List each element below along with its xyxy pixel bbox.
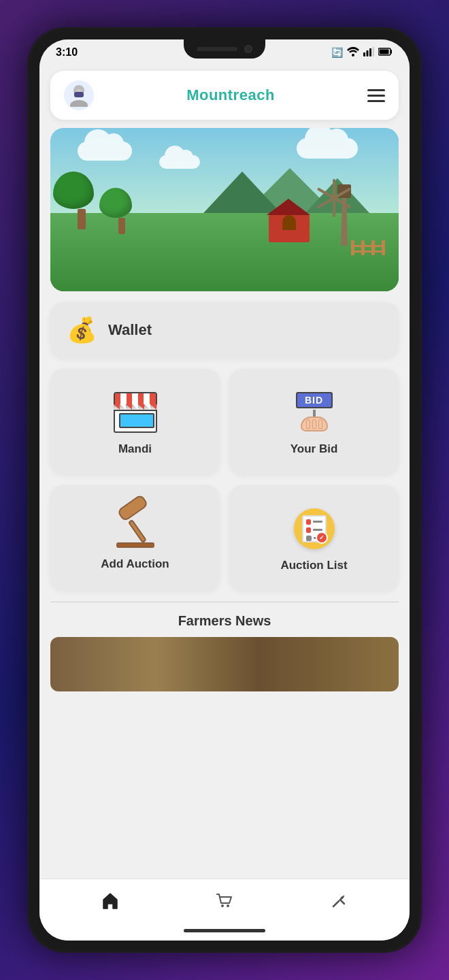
wallet-card[interactable]: 💰 Wallet: [50, 302, 399, 358]
fence: [351, 240, 385, 255]
wallet-icon: 💰: [67, 316, 97, 344]
svg-rect-4: [373, 47, 375, 56]
grid-row-2: Add Auction: [50, 485, 399, 591]
news-image[interactable]: [50, 637, 399, 691]
svg-rect-10: [74, 92, 84, 97]
tree-1: [69, 172, 94, 229]
mandi-card[interactable]: Mandi: [50, 369, 220, 474]
auction-list-card[interactable]: ✓ Auction List: [229, 485, 399, 591]
phone-screen: 3:10 🔄: [39, 39, 410, 941]
nav-home[interactable]: [87, 889, 133, 918]
svg-point-11: [221, 904, 224, 907]
signal-icon: [363, 47, 374, 59]
mandi-icon: [114, 392, 157, 433]
svg-rect-1: [363, 52, 365, 56]
cloud-1: [78, 142, 132, 161]
wifi-icon: [347, 47, 359, 59]
mandi-label: Mandi: [118, 442, 152, 456]
app-title: Mountreach: [186, 86, 275, 104]
status-time: 3:10: [56, 46, 78, 59]
svg-rect-3: [369, 48, 371, 56]
screen-content[interactable]: Mountreach: [39, 63, 410, 879]
svg-point-12: [227, 904, 229, 907]
barn: [268, 199, 310, 242]
farmers-news-section: Farmers News: [50, 613, 399, 691]
phone-frame: 3:10 🔄: [27, 27, 422, 953]
hammer-icon: [329, 892, 348, 915]
tree-2: [112, 188, 132, 234]
home-icon: [101, 892, 120, 915]
bid-icon: BID: [294, 392, 335, 433]
auction-list-label: Auction List: [280, 559, 347, 572]
bottom-nav: [39, 879, 410, 924]
svg-point-0: [352, 54, 354, 56]
wallet-label: Wallet: [108, 321, 152, 339]
cloud-2: [159, 155, 200, 169]
grid-row-1: Mandi BID: [50, 369, 399, 474]
camera: [244, 45, 252, 53]
cart-icon: [215, 892, 234, 915]
sync-icon: 🔄: [331, 47, 343, 58]
windmill: [331, 184, 358, 246]
app-header: Mountreach: [50, 71, 399, 120]
home-bar: [184, 929, 265, 932]
notch: [184, 39, 265, 59]
farmers-news-title: Farmers News: [50, 613, 399, 629]
farm-illustration: [50, 128, 399, 291]
hamburger-menu[interactable]: [367, 89, 385, 102]
gavel-icon: [114, 510, 157, 548]
hero-banner: [50, 128, 399, 291]
status-icons: 🔄: [331, 47, 393, 59]
svg-point-8: [70, 100, 88, 107]
section-divider: [50, 602, 399, 602]
nav-tools[interactable]: [316, 889, 362, 918]
your-bid-card[interactable]: BID Your Bid: [229, 369, 399, 474]
add-auction-label: Add Auction: [101, 557, 169, 571]
your-bid-label: Your Bid: [290, 442, 338, 456]
user-avatar[interactable]: [64, 80, 94, 110]
home-indicator: [39, 924, 410, 941]
svg-rect-6: [380, 50, 389, 54]
speaker: [197, 47, 237, 51]
nav-cart[interactable]: [201, 889, 248, 918]
add-auction-card[interactable]: Add Auction: [50, 485, 220, 591]
cloud-3: [297, 138, 358, 159]
auction-list-icon: ✓: [294, 508, 335, 549]
battery-icon: [378, 47, 393, 58]
svg-rect-2: [367, 50, 369, 56]
